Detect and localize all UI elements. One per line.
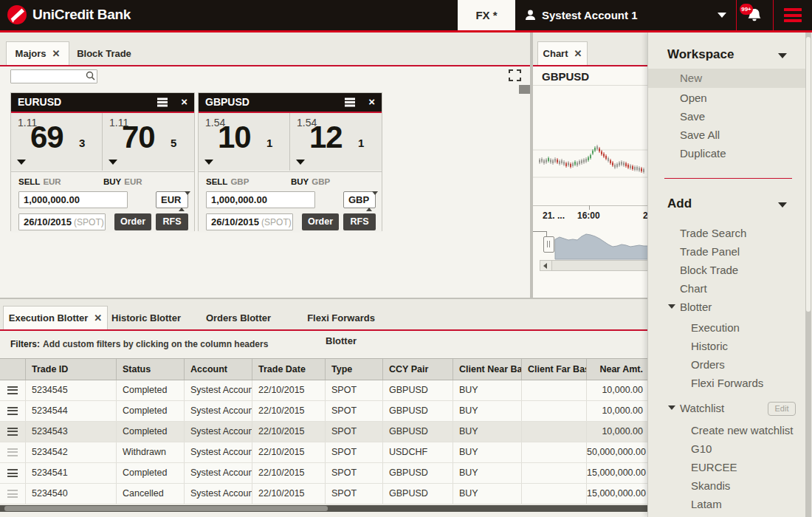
tab-block-trade[interactable]: Block Trade — [71, 42, 137, 65]
header-status[interactable]: Status — [117, 359, 185, 380]
cell-account: Systest Account — [185, 463, 252, 483]
sell-price-button[interactable]: 1.11 69 3 — [11, 113, 103, 171]
header-near-amt[interactable]: Near Amt. — [587, 359, 647, 380]
value-date-input[interactable]: 26/10/2015(SPOT) — [18, 213, 106, 230]
menu-item-create-watchlist[interactable]: Create new watchlist — [691, 422, 793, 439]
header-type[interactable]: Type — [326, 359, 383, 380]
workspace-tab-fx[interactable]: FX * — [458, 0, 515, 30]
header-client-far-base[interactable]: Client Far Base — [522, 359, 587, 380]
menu-item-eurcee[interactable]: EURCEE — [691, 459, 737, 476]
order-button[interactable]: Order — [114, 213, 151, 230]
scroll-left-arrow[interactable] — [540, 261, 552, 270]
tile-menu-icon[interactable] — [157, 101, 168, 103]
cell-client_near_base: BUY — [453, 380, 522, 400]
menu-item-g10[interactable]: G10 — [691, 441, 712, 457]
table-row[interactable]: 5234541CompletedSystest Account22/10/201… — [0, 463, 647, 484]
menu-item-skandis[interactable]: Skandis — [691, 478, 730, 494]
cell-ccy_pair: USDCHF — [383, 442, 453, 462]
row-menu-icon[interactable] — [7, 428, 18, 436]
menu-item-trade-search[interactable]: Trade Search — [680, 225, 746, 242]
tab-majors[interactable]: Majors✕ — [6, 41, 69, 65]
menu-item-latam[interactable]: Latam — [691, 496, 722, 513]
watchlist-edit-button[interactable]: Edit — [768, 402, 796, 416]
caret-down-icon[interactable] — [778, 53, 787, 58]
cell-client_far_base — [522, 422, 587, 442]
menu-item-flexi-forwards[interactable]: Flexi Forwards — [691, 375, 763, 391]
menu-item-save[interactable]: Save — [680, 109, 705, 125]
row-menu-icon[interactable] — [7, 407, 18, 415]
table-row[interactable]: 5234540CancelledSystest Account22/10/201… — [0, 484, 647, 504]
table-row[interactable]: 5234543CompletedSystest Account22/10/201… — [0, 422, 647, 442]
rfs-button[interactable]: RFS — [343, 213, 376, 230]
menu-item-block-trade[interactable]: Block Trade — [680, 262, 738, 278]
value-date-input[interactable]: 26/10/2015(SPOT) — [206, 213, 293, 230]
sell-price-button[interactable]: 1.54 10 1 — [199, 113, 290, 171]
menu-item-trade-panel[interactable]: Trade Panel — [680, 244, 740, 260]
header-account[interactable]: Account — [185, 359, 252, 380]
tile-menu-icon[interactable] — [345, 101, 355, 103]
panel-scroll-corner[interactable] — [519, 85, 530, 94]
close-icon[interactable]: ✕ — [52, 48, 61, 59]
expand-icon[interactable] — [509, 69, 521, 81]
menu-item-open[interactable]: Open — [680, 90, 707, 106]
caret-down-icon[interactable] — [668, 405, 675, 410]
cell-type: SPOT — [326, 442, 383, 462]
buy-label: BUYEUR — [103, 177, 142, 186]
header-client-near-base[interactable]: Client Near Bas — [453, 359, 522, 380]
row-menu-icon[interactable] — [7, 448, 18, 456]
search-input[interactable] — [10, 69, 97, 83]
buy-price-button[interactable]: 1.11 70 5 — [103, 113, 194, 171]
table-row[interactable]: 5234545CompletedSystest Account22/10/201… — [0, 380, 647, 401]
notifications-button[interactable]: 99+ — [737, 0, 773, 30]
tile-header: EURUSD × — [11, 93, 194, 113]
table-row[interactable]: 5234544CompletedSystest Account22/10/201… — [0, 401, 647, 422]
menu-item-historic[interactable]: Historic — [691, 338, 728, 355]
buy-price-button[interactable]: 1.54 12 1 — [290, 113, 382, 171]
menu-item-save-all[interactable]: Save All — [680, 127, 720, 143]
table-row[interactable]: 5234542WithdrawnSystest Account22/10/201… — [0, 442, 647, 463]
tile-close-icon[interactable]: × — [368, 95, 375, 108]
tab-orders-blotter[interactable]: Orders Blotter — [205, 307, 272, 329]
menu-item-duplicate[interactable]: Duplicate — [680, 145, 726, 162]
blotter-hscrollbar[interactable] — [0, 505, 647, 512]
tab-historic-blotter[interactable]: Historic Blotter — [111, 307, 182, 329]
tile-close-icon[interactable]: × — [181, 95, 187, 108]
menu-item-orders[interactable]: Orders — [691, 357, 725, 373]
scrollbar-thumb[interactable] — [4, 506, 328, 511]
account-selector[interactable]: Systest Account 1 — [517, 0, 735, 30]
row-menu-icon[interactable] — [7, 490, 18, 498]
amount-input[interactable] — [18, 191, 128, 208]
order-button[interactable]: Order — [302, 213, 339, 230]
caret-down-icon[interactable] — [778, 202, 787, 208]
menu-scrollbar-thumb[interactable] — [806, 37, 811, 312]
header-trade-id[interactable]: Trade ID — [26, 359, 117, 380]
currency-select[interactable]: EUR — [156, 191, 188, 208]
tab-chart[interactable]: Chart✕ — [537, 41, 588, 65]
cell-status: Completed — [117, 401, 185, 421]
workspace-section-title[interactable]: Workspace — [667, 47, 734, 62]
caret-down-icon[interactable] — [668, 304, 675, 309]
menu-group-blotter[interactable]: Blotter — [680, 299, 712, 315]
menu-group-watchlist[interactable]: Watchlist — [680, 400, 724, 417]
header-ccy-pair[interactable]: CCY Pair — [383, 359, 453, 380]
navigator-handle[interactable] — [543, 236, 554, 253]
add-section-title[interactable]: Add — [667, 196, 692, 211]
hamburger-menu-icon[interactable] — [784, 8, 802, 22]
tab-flexi-forwards-blotter[interactable]: Flexi Forwards Blotter — [292, 307, 390, 329]
cell-type: SPOT — [326, 401, 383, 421]
close-icon[interactable]: ✕ — [94, 312, 102, 323]
row-menu-icon[interactable] — [7, 386, 18, 394]
row-menu-icon[interactable] — [7, 469, 18, 477]
menu-item-chart[interactable]: Chart — [680, 281, 707, 297]
header-trade-date[interactable]: Trade Date — [252, 359, 326, 380]
tab-execution-blotter[interactable]: Execution Blotter✕ — [3, 306, 108, 329]
cell-trade_date: 22/10/2015 — [252, 463, 326, 483]
menu-item-new[interactable]: New — [648, 69, 807, 88]
tile-gbpusd: GBPUSD × 1.54 10 1 1.54 12 1 SELLGBP BUY… — [198, 92, 382, 231]
currency-select[interactable]: GBP — [343, 191, 376, 208]
trade-panel-tabstrip: Majors✕ Block Trade — [0, 32, 530, 66]
rfs-button[interactable]: RFS — [156, 213, 188, 230]
amount-input[interactable] — [206, 191, 315, 208]
close-icon[interactable]: ✕ — [574, 48, 582, 59]
menu-item-execution[interactable]: Execution — [691, 320, 740, 336]
